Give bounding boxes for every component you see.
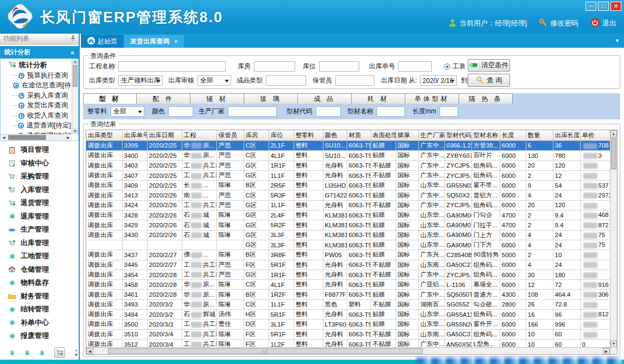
sidebar-item-1[interactable]: 审核中心 (0, 157, 79, 170)
color-input[interactable] (168, 106, 193, 117)
sidebar-item-7[interactable]: 出库管理 (0, 237, 79, 250)
factory-input[interactable] (228, 106, 277, 117)
material-tab-4[interactable]: 成 品 (298, 93, 352, 104)
table-row-11[interactable]: 调拨出库34372020/2/27佛...陈琳B区3R8F整料PW056063-… (86, 250, 610, 260)
table-row-14[interactable]: 调拨出库34582020/2/28华原...陈琳C区4L1F整料光身料6063-… (86, 280, 610, 290)
out-type-select[interactable]: 生产领料出库 (118, 75, 163, 86)
keeper-input[interactable] (335, 75, 374, 86)
tree-item-2[interactable]: 采购入库查询 (2, 91, 71, 101)
table-row-20[interactable]: 调拨出库35122020/3/4工共工程陈琳F区1L2F整料光身料6063-T5… (86, 339, 610, 347)
tree-item-0[interactable]: 预算执行查询 (2, 71, 71, 81)
profile-code-input[interactable] (316, 106, 341, 117)
tree-horizontal-scrollbar[interactable]: ◀ ▶ (1, 134, 72, 141)
column-header-18[interactable]: 单价 (580, 130, 610, 141)
profile-name-input[interactable] (377, 106, 405, 117)
scroll-up-icon[interactable]: ▲ (72, 59, 78, 65)
tree-item-3[interactable]: 发货出库查询 (2, 101, 71, 111)
close-button[interactable]: ✕ (610, 2, 621, 11)
tab-home[interactable]: 起始页 (81, 35, 124, 48)
scroll-thumb[interactable] (611, 138, 616, 169)
column-header-17[interactable]: 出库长度 (553, 130, 580, 141)
table-row-13[interactable]: 调拨出库34542020/2/28工共工程严思G区1R1F整料光身料6063-T… (86, 270, 610, 279)
scroll-thumb[interactable] (73, 65, 78, 87)
material-tab-7[interactable]: 隔 热 条 (459, 93, 513, 104)
table-row-17[interactable]: 调拨出库34942020/3/2石辉城汤伟H区5R1F整料光身料6063-T5贴… (86, 310, 610, 320)
cart-toolbar-button[interactable] (54, 347, 65, 358)
column-header-9[interactable]: 材质 (347, 130, 371, 141)
column-header-15[interactable]: 长度 (500, 130, 526, 141)
column-header-7[interactable]: 整零料 (294, 130, 323, 141)
tab-list-dropdown-icon[interactable]: ▼ (615, 38, 620, 43)
material-tab-6[interactable]: 单体型材 (405, 93, 459, 104)
industrial-radio[interactable] (444, 63, 450, 70)
column-header-1[interactable]: 出库单号 (122, 130, 147, 141)
table-row-16[interactable]: 调拨出库34932020/3/2华原...陈琳C区1L1F整料黑色塑料不贴膜国标… (86, 299, 610, 309)
more-items-button[interactable]: »▾ (75, 348, 78, 357)
whole-part-select[interactable]: 全部 (111, 106, 144, 117)
tree-item-5[interactable]: 退货查询[待定] (2, 121, 71, 131)
material-tab-0[interactable]: 型 材 (83, 93, 137, 104)
scroll-up-icon[interactable]: ▲ (610, 130, 617, 137)
material-tab-2[interactable]: 辅 材 (190, 93, 244, 104)
sidebar-item-6[interactable]: 生产管理 (0, 223, 79, 237)
column-header-12[interactable]: 生产厂家 (418, 130, 444, 141)
tree-item-4[interactable]: 收货入库查询 (2, 111, 71, 121)
sidebar-item-2[interactable]: 采购管理 (0, 170, 79, 183)
pin-icon[interactable] (71, 35, 75, 43)
tree-vertical-scrollbar[interactable]: ▲ ▼ (72, 59, 78, 134)
out-audit-select[interactable]: 全部 (198, 75, 231, 86)
column-header-3[interactable]: 工程 (182, 130, 217, 141)
column-header-8[interactable]: 颜色 (323, 130, 347, 141)
table-vertical-scrollbar[interactable]: ▲ ▼ (610, 130, 617, 354)
scroll-right-icon[interactable]: ▶ (603, 348, 610, 354)
scroll-thumb[interactable] (8, 135, 46, 140)
table-row-3[interactable]: 调拨出库34072020/2/25工共工程严思G区1L1F整料光身料6063-T… (86, 170, 610, 180)
scroll-down-icon[interactable]: ▼ (72, 128, 78, 134)
length-input[interactable] (440, 106, 458, 117)
tab-shipment-query[interactable]: 发货出库查询 × (124, 35, 184, 48)
column-header-10[interactable]: 表面处理 (371, 130, 396, 141)
clear-conditions-button[interactable]: 清空条件 (468, 59, 510, 72)
column-header-0[interactable]: 出库类型 (86, 130, 122, 141)
change-password[interactable]: 修改密码 (539, 18, 578, 29)
table-row-0[interactable]: 调拨出库33992020/2/25华原...严思C区2L1F整料SU10...6… (86, 141, 610, 151)
column-header-14[interactable]: 型材名称 (472, 130, 500, 141)
sidebar-item-5[interactable]: 退库管理 (0, 210, 79, 223)
material-tab-5[interactable]: 耗 材 (352, 93, 405, 104)
sidebar-item-10[interactable]: 物料盘存 (0, 276, 79, 290)
sidebar-item-4[interactable]: 退货管理 (0, 196, 79, 210)
table-row-2[interactable]: 调拨出库34032020/2/25工共工程严思G区1R1F整料光身料6063-T… (86, 161, 610, 170)
product-type-input[interactable] (266, 75, 306, 86)
table-row-1[interactable]: 调拨出库34002020/2/25华原...严思C区4L1F整料SU10...6… (86, 151, 610, 161)
material-tab-3[interactable]: 玻 璃 (244, 93, 298, 104)
table-row-4[interactable]: 调拨出库34092020/2/25长...陈琳B区2R5F整料LI35HD606… (86, 181, 610, 190)
location-input[interactable] (319, 61, 359, 72)
table-row-10[interactable]: G区3L3F整料KLM38176063-T5贴膜国标山东华...GA90M09.… (86, 240, 610, 250)
date-from-select[interactable]: 2020/ 2/16 (420, 75, 457, 86)
scroll-left-icon[interactable]: ◀ (1, 135, 7, 141)
out-no-input[interactable] (398, 61, 432, 72)
maximize-button[interactable]: □ (598, 2, 609, 11)
column-header-5[interactable]: 库房 (244, 130, 269, 141)
table-horizontal-scrollbar[interactable]: ◀ ||| ▶ (86, 347, 610, 354)
table-row-5[interactable]: 调拨出库34132020/2/26南...严思C区5R3F整料G71422606… (86, 190, 610, 200)
search-button[interactable]: 查 询 (468, 74, 510, 87)
scroll-down-icon[interactable]: ▼ (610, 340, 617, 347)
section-header[interactable]: 统计分析 « (0, 46, 79, 59)
column-header-4[interactable]: 保管员 (217, 130, 244, 141)
table-row-12[interactable]: 调拨出库34452020/2/27工共工程严思F区5R1F整料光身料6063-T… (86, 260, 610, 270)
circle-icon[interactable] (24, 350, 29, 356)
scroll-left-icon[interactable]: ◀ (86, 348, 93, 354)
table-row-8[interactable]: 调拨出库34292020/2/26石城陈琳G区5R2F整料KLM38176063… (86, 220, 610, 230)
column-header-16[interactable]: 数量 (526, 130, 553, 141)
table-row-6[interactable]: 调拨出库34242020/2/26工共工程严思G区1L1F整料光身料6063-T… (86, 200, 610, 210)
collapse-icon[interactable]: « (71, 49, 74, 56)
project-name-input[interactable] (118, 61, 226, 72)
sidebar-item-8[interactable]: 工地管理 (0, 250, 79, 263)
minimize-button[interactable]: ─ (585, 2, 596, 11)
sidebar-item-0[interactable]: 项目管理 (0, 143, 79, 157)
tree-item-1[interactable]: 在途信息查询[待 (2, 81, 71, 91)
sidebar-item-11[interactable]: 财务管理 (0, 290, 79, 303)
column-header-13[interactable]: 型材代码 (444, 130, 472, 141)
sidebar-item-14[interactable]: 报废管理 (0, 329, 79, 343)
